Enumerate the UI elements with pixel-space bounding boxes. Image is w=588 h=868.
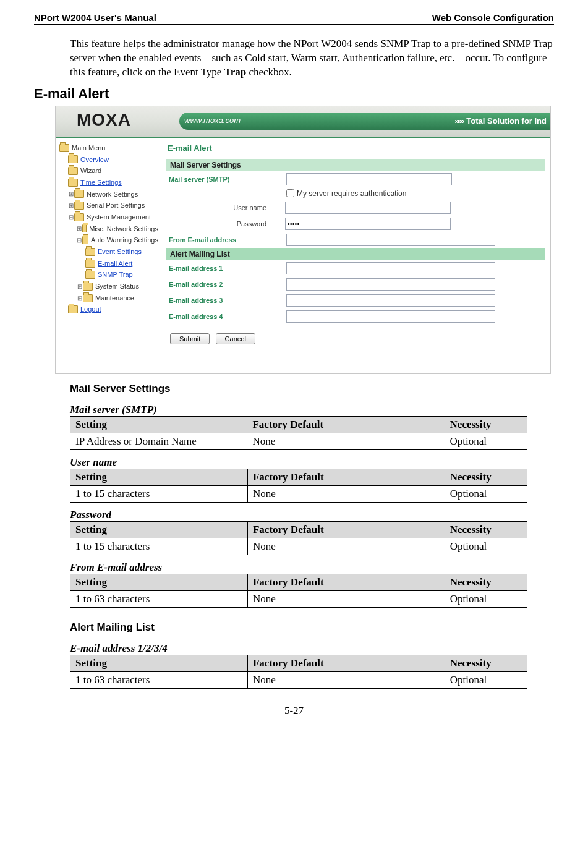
- page-header: NPort W2004 User's Manual Web Console Co…: [34, 12, 554, 25]
- folder-icon: [68, 179, 78, 187]
- nav-label: Logout: [80, 304, 101, 315]
- intro-paragraph: This feature helps the administrator man…: [70, 37, 554, 80]
- folder-icon: [74, 213, 84, 221]
- table-password: Setting Factory Default Necessity 1 to 1…: [70, 521, 527, 555]
- nav-auto-warning[interactable]: ⊟Auto Warning Settings: [59, 234, 158, 246]
- email3-label: E-mail address 3: [168, 297, 286, 304]
- table-title-username: User name: [70, 456, 554, 469]
- auth-required-checkbox[interactable]: [286, 189, 294, 197]
- alert-mailing-list-bar: Alert Mailing List: [166, 248, 545, 260]
- th-setting: Setting: [70, 574, 248, 590]
- collapse-icon[interactable]: ⊟: [77, 235, 82, 245]
- expand-icon[interactable]: ⊞: [77, 293, 82, 304]
- section-heading: E-mail Alert: [34, 86, 554, 102]
- nav-maintenance[interactable]: ⊞Maintenance: [59, 292, 158, 304]
- expand-icon[interactable]: ⊞: [77, 223, 82, 234]
- page-number: 5-27: [34, 705, 554, 717]
- nav-label: Maintenance: [95, 292, 134, 304]
- nav-system-status[interactable]: ⊞System Status: [59, 281, 158, 292]
- table-row: IP Address or Domain Name None Optional: [70, 433, 527, 449]
- email4-input[interactable]: [286, 310, 495, 323]
- mail-server-input[interactable]: [286, 173, 452, 185]
- nav-label: Misc. Network Settings: [89, 223, 158, 235]
- email1-input[interactable]: [286, 262, 495, 274]
- alert-mailing-list-heading: Alert Mailing List: [70, 621, 554, 634]
- nav-label: Auto Warning Settings: [91, 234, 158, 246]
- mail-server-settings-heading: Mail Server Settings: [70, 383, 554, 395]
- email3-input[interactable]: [286, 294, 495, 307]
- collapse-icon[interactable]: ⊟: [68, 212, 74, 223]
- th-default: Factory Default: [247, 655, 445, 671]
- mail-server-settings-bar: Mail Server Settings: [166, 159, 545, 171]
- nav-tree: Main Menu Overview Wizard Time Settings …: [56, 138, 161, 373]
- nav-time-settings[interactable]: Time Settings: [59, 177, 158, 189]
- td-necessity: Optional: [445, 590, 527, 607]
- td-default: None: [247, 485, 445, 502]
- nav-label: Event Settings: [98, 246, 142, 258]
- nav-label: SNMP Trap: [98, 269, 133, 281]
- folder-icon: [59, 144, 69, 152]
- cancel-button[interactable]: Cancel: [216, 333, 255, 344]
- folder-icon: [82, 236, 88, 244]
- nav-wizard[interactable]: Wizard: [59, 165, 158, 177]
- from-email-label: From E-mail address: [168, 236, 286, 244]
- nav-misc-network[interactable]: ⊞Misc. Network Settings: [59, 223, 158, 235]
- table-row: 1 to 63 characters None Optional: [70, 590, 527, 607]
- th-setting: Setting: [70, 521, 248, 538]
- banner-tagline: Total Solution for Ind: [455, 116, 547, 126]
- th-setting: Setting: [70, 655, 248, 671]
- folder-icon: [74, 190, 84, 198]
- submit-button[interactable]: Submit: [170, 333, 210, 344]
- intro-bold: Trap: [224, 66, 247, 78]
- from-email-input[interactable]: [286, 234, 495, 246]
- folder-icon: [85, 248, 95, 256]
- td-necessity: Optional: [445, 433, 527, 449]
- td-setting: 1 to 15 characters: [70, 485, 248, 502]
- expand-icon[interactable]: ⊞: [68, 189, 74, 199]
- table-row: 1 to 15 characters None Optional: [70, 538, 527, 555]
- nav-network-settings[interactable]: ⊞Network Settings: [59, 189, 158, 200]
- nav-label: System Status: [95, 281, 139, 292]
- nav-label: E-mail Alert: [98, 258, 132, 270]
- th-default: Factory Default: [247, 469, 445, 485]
- table-title-mail-server: Mail server (SMTP): [70, 404, 554, 416]
- expand-icon[interactable]: ⊞: [77, 281, 82, 292]
- nav-serial-port-settings[interactable]: ⊞Serial Port Settings: [59, 200, 158, 211]
- th-necessity: Necessity: [445, 521, 527, 538]
- table-username: Setting Factory Default Necessity 1 to 1…: [70, 469, 527, 503]
- td-default: None: [247, 671, 445, 688]
- expand-icon[interactable]: ⊞: [68, 200, 74, 211]
- email2-label: E-mail address 2: [168, 281, 286, 288]
- folder-icon: [83, 294, 93, 302]
- username-input[interactable]: [285, 202, 451, 214]
- email4-label: E-mail address 4: [168, 313, 286, 320]
- td-default: None: [247, 538, 445, 555]
- nav-main-menu[interactable]: Main Menu: [59, 142, 158, 154]
- table-row: 1 to 15 characters None Optional: [70, 485, 527, 502]
- folder-icon: [68, 155, 78, 163]
- table-from-email: Setting Factory Default Necessity 1 to 6…: [70, 574, 527, 608]
- password-input[interactable]: [285, 218, 451, 230]
- email2-input[interactable]: [286, 278, 495, 291]
- nav-label: Time Settings: [80, 177, 122, 189]
- nav-email-alert[interactable]: E-mail Alert: [59, 258, 158, 270]
- nav-snmp-trap[interactable]: SNMP Trap: [59, 269, 158, 281]
- folder-icon: [82, 224, 87, 232]
- password-label: Password: [168, 220, 285, 228]
- content-pane: E-mail Alert Mail Server Settings Mail s…: [161, 138, 550, 373]
- folder-icon: [74, 202, 84, 210]
- td-necessity: Optional: [445, 538, 527, 555]
- nav-logout[interactable]: Logout: [59, 304, 158, 315]
- table-title-from-email: From E-mail address: [70, 561, 554, 574]
- nav-system-management[interactable]: ⊟System Management: [59, 211, 158, 223]
- table-email-1234: Setting Factory Default Necessity 1 to 6…: [70, 655, 527, 689]
- mail-server-label: Mail server (SMTP): [168, 176, 286, 183]
- nav-label: Wizard: [80, 165, 101, 177]
- nav-overview[interactable]: Overview: [59, 154, 158, 166]
- nav-event-settings[interactable]: Event Settings: [59, 246, 158, 258]
- nav-label: Main Menu: [72, 142, 105, 154]
- table-row: 1 to 63 characters None Optional: [70, 671, 527, 688]
- username-label: User name: [168, 204, 285, 211]
- folder-icon: [85, 260, 95, 268]
- th-default: Factory Default: [247, 521, 445, 538]
